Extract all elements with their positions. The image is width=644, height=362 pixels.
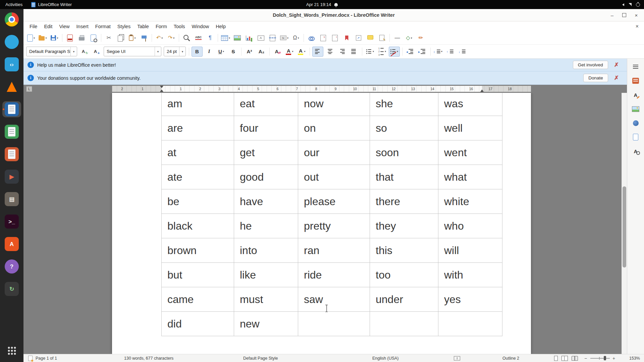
font-name-combo[interactable]: Segoe UI▾ bbox=[104, 47, 161, 56]
menu-window[interactable]: Window bbox=[189, 23, 213, 30]
insert-cross-reference-button[interactable]: ↗ bbox=[353, 33, 364, 43]
table-cell[interactable]: with bbox=[438, 263, 502, 287]
table-cell[interactable]: white bbox=[438, 189, 502, 214]
table-cell[interactable]: he bbox=[234, 214, 298, 238]
menu-format[interactable]: Format bbox=[92, 23, 114, 30]
insert-comment-button[interactable] bbox=[365, 33, 376, 43]
scrollbar-thumb[interactable] bbox=[623, 186, 626, 267]
table-cell[interactable]: on bbox=[298, 116, 370, 140]
sidebar-settings-button[interactable] bbox=[630, 61, 642, 72]
close-button[interactable]: × bbox=[633, 12, 639, 18]
unordered-list-button[interactable]: ▾ bbox=[365, 47, 376, 57]
increase-indent-button[interactable]: ▸ bbox=[417, 47, 428, 57]
decrease-paragraph-spacing-button[interactable]: ↓ bbox=[457, 47, 468, 57]
paste-button[interactable]: ▾ bbox=[127, 33, 138, 43]
track-changes-button[interactable] bbox=[376, 33, 387, 43]
align-justified-button[interactable] bbox=[348, 47, 360, 57]
chevron-down-icon[interactable]: ▾ bbox=[179, 47, 185, 56]
superscript-button[interactable]: A² bbox=[244, 47, 255, 57]
align-center-button[interactable] bbox=[324, 47, 335, 57]
export-pdf-button[interactable] bbox=[64, 33, 75, 43]
libreoffice-impress-icon[interactable] bbox=[2, 146, 21, 162]
close-infobar-icon[interactable]: ✗ bbox=[611, 74, 622, 81]
font-color-button[interactable]: A▾ bbox=[284, 47, 295, 57]
redo-button[interactable]: ↷▾ bbox=[166, 33, 177, 43]
zoom-out-icon[interactable]: − bbox=[584, 356, 587, 361]
underline-button[interactable]: U▾ bbox=[216, 47, 227, 57]
line-spacing-button[interactable]: ↕▾ bbox=[433, 47, 444, 57]
table-cell[interactable]: eat bbox=[234, 93, 298, 116]
insert-table-button[interactable]: ▾ bbox=[220, 33, 231, 43]
align-left-button[interactable] bbox=[312, 47, 323, 57]
properties-deck-button[interactable] bbox=[630, 75, 642, 86]
thunderbird-icon[interactable] bbox=[2, 34, 21, 50]
first-line-indent-marker[interactable] bbox=[160, 86, 163, 88]
right-indent-marker[interactable] bbox=[480, 89, 484, 92]
table-cell[interactable]: into bbox=[234, 238, 298, 263]
print-preview-button[interactable] bbox=[88, 33, 99, 43]
table-cell[interactable]: was bbox=[438, 93, 502, 116]
table-cell[interactable]: what bbox=[438, 165, 502, 189]
tab-stop-type-button[interactable]: L bbox=[26, 86, 32, 92]
table-cell[interactable]: new bbox=[234, 312, 298, 336]
table-cell[interactable]: came bbox=[162, 287, 234, 312]
table-cell[interactable]: under bbox=[370, 287, 438, 312]
page-style-field[interactable]: Default Page Style bbox=[243, 356, 278, 361]
vlc-icon[interactable] bbox=[2, 79, 21, 95]
copy-button[interactable] bbox=[115, 33, 126, 43]
activities-button[interactable]: Activities bbox=[0, 0, 28, 9]
insert-special-character-button[interactable]: Ω▾ bbox=[290, 33, 302, 43]
page-deck-button[interactable] bbox=[630, 132, 642, 142]
insert-image-button[interactable] bbox=[232, 33, 243, 43]
vertical-scrollbar[interactable] bbox=[622, 93, 627, 354]
clock-menu[interactable]: Apr 21 19:14 bbox=[306, 2, 338, 7]
table-cell[interactable]: ride bbox=[298, 263, 370, 287]
table-cell[interactable]: they bbox=[370, 214, 438, 238]
table-cell[interactable]: but bbox=[162, 263, 234, 287]
insert-endnote-button[interactable]: i bbox=[329, 33, 340, 43]
document-workspace[interactable]: ameatnowshewasarefouronsowellatgetoursoo… bbox=[23, 93, 627, 354]
subscript-button[interactable]: A₂ bbox=[256, 47, 267, 57]
table-cell[interactable]: ate bbox=[162, 165, 234, 189]
close-infobar-icon[interactable]: ✗ bbox=[611, 61, 622, 68]
table-cell[interactable]: please bbox=[298, 189, 370, 214]
zoom-slider-thumb[interactable] bbox=[604, 356, 606, 360]
table-cell[interactable]: soon bbox=[370, 140, 438, 165]
table-cell[interactable]: saw bbox=[298, 287, 370, 312]
insert-footnote-button[interactable]: 1 bbox=[318, 33, 329, 43]
horizontal-line-button[interactable]: — bbox=[392, 33, 403, 43]
save-indicator-icon[interactable] bbox=[28, 356, 33, 361]
menu-help[interactable]: Help bbox=[212, 23, 229, 30]
table-cell[interactable]: brown bbox=[162, 238, 234, 263]
zoom-slider[interactable] bbox=[590, 358, 610, 359]
table-cell[interactable]: are bbox=[162, 116, 234, 140]
paragraph-style-combo[interactable]: Default Paragraph Style▾ bbox=[26, 47, 77, 56]
table-cell[interactable] bbox=[298, 312, 370, 336]
sight-words-table[interactable]: ameatnowshewasarefouronsowellatgetoursoo… bbox=[161, 93, 502, 336]
table-cell[interactable]: so bbox=[370, 116, 438, 140]
no-list-button[interactable]: ▾ bbox=[389, 47, 400, 57]
table-cell[interactable]: too bbox=[370, 263, 438, 287]
print-button[interactable] bbox=[76, 33, 87, 43]
insert-chart-button[interactable] bbox=[244, 33, 255, 43]
new-style-button[interactable]: A bbox=[91, 47, 102, 57]
ubuntu-software-icon[interactable]: A bbox=[2, 236, 21, 252]
focused-app-indicator[interactable]: LibreOffice Writer bbox=[28, 2, 75, 7]
chrome-icon[interactable] bbox=[2, 11, 21, 27]
navigator-deck-button[interactable] bbox=[630, 118, 642, 128]
table-cell[interactable]: four bbox=[234, 116, 298, 140]
table-cell[interactable]: am bbox=[162, 93, 234, 116]
word-count-field[interactable]: 130 words, 677 characters bbox=[124, 356, 173, 361]
spelling-button[interactable]: ABC bbox=[193, 33, 204, 43]
table-cell[interactable]: now bbox=[298, 93, 370, 116]
highlighting-color-button[interactable]: A▾ bbox=[296, 47, 307, 57]
system-status-area[interactable] bbox=[621, 3, 640, 7]
close-document-button[interactable]: × bbox=[633, 23, 641, 29]
table-cell[interactable]: get bbox=[234, 140, 298, 165]
save-button[interactable]: ▾ bbox=[49, 33, 60, 43]
zoom-in-icon[interactable]: + bbox=[612, 356, 615, 361]
table-cell[interactable]: there bbox=[370, 189, 438, 214]
gallery-deck-button[interactable] bbox=[630, 104, 642, 114]
ordered-list-button[interactable]: 123▾ bbox=[377, 47, 388, 57]
menu-styles[interactable]: Styles bbox=[114, 23, 134, 30]
